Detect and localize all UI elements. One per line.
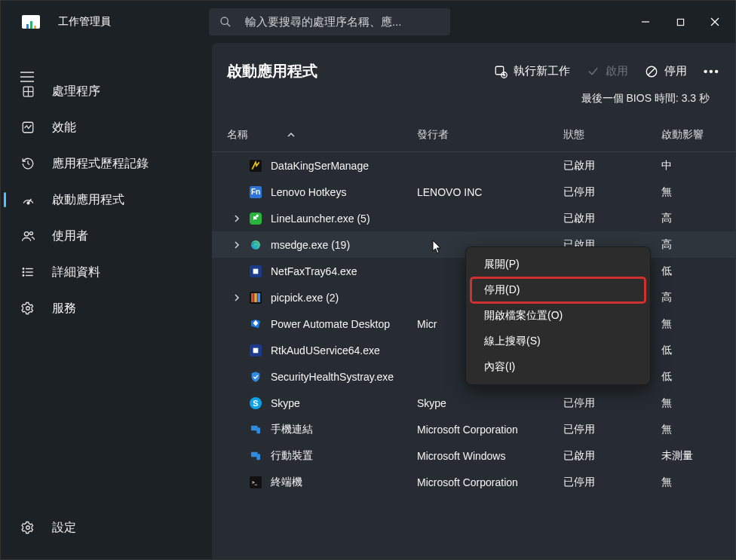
app-publisher: Microsoft Corporation xyxy=(417,424,563,436)
sidebar-item-label: 效能 xyxy=(52,120,76,136)
more-button[interactable]: ••• xyxy=(699,62,725,81)
context-menu: 展開(P) 停用(D) 開啟檔案位置(O) 線上搜尋(S) 內容(I) xyxy=(465,246,651,385)
app-name: Power Automate Desktop xyxy=(271,318,417,330)
app-impact: 中 xyxy=(661,159,735,173)
tool-label: 停用 xyxy=(664,64,687,78)
column-publisher[interactable]: 發行者 xyxy=(417,128,563,142)
app-status: 已停用 xyxy=(563,423,661,436)
app-impact: 無 xyxy=(661,185,735,199)
grid-icon xyxy=(20,84,35,99)
disable-button[interactable]: 停用 xyxy=(640,61,692,81)
app-icon: Fn xyxy=(247,186,265,198)
svg-text:>_: >_ xyxy=(252,479,258,485)
sidebar-item-app-history[interactable]: 應用程式歷程記錄 xyxy=(1,145,212,182)
app-impact: 高 xyxy=(661,238,735,252)
ctx-search-online[interactable]: 線上搜尋(S) xyxy=(471,329,646,354)
column-impact[interactable]: 啟動影響 xyxy=(661,128,735,142)
app-impact: 無 xyxy=(661,396,735,410)
check-icon xyxy=(587,65,600,78)
main-header: 啟動應用程式 執行新工作 啟用 停用 ••• xyxy=(212,43,735,92)
app-status: 已啟用 xyxy=(563,159,661,173)
tool-label: 啟用 xyxy=(606,64,628,78)
app-name: RtkAudUService64.exe xyxy=(271,344,417,357)
svg-rect-34 xyxy=(254,293,257,302)
settings-icon xyxy=(20,520,35,535)
search-placeholder: 輸入要搜尋的處理序名稱、應... xyxy=(245,15,402,29)
svg-rect-35 xyxy=(257,293,260,302)
cursor-icon xyxy=(432,240,443,255)
svg-point-23 xyxy=(26,307,30,311)
app-publisher: LENOVO INC xyxy=(417,186,563,198)
table-row[interactable]: FnLenovo HotkeysLENOVO INC已停用無 xyxy=(212,179,735,205)
app-icon xyxy=(247,239,265,251)
run-new-task-button[interactable]: 執行新工作 xyxy=(489,61,575,81)
table-row[interactable]: SSkypeSkype已停用無 xyxy=(212,390,735,416)
table-row[interactable]: DataKingSerManage已啟用中 xyxy=(212,152,735,179)
app-icon xyxy=(247,318,265,330)
expand-toggle[interactable] xyxy=(227,241,247,249)
users-icon xyxy=(20,228,35,243)
svg-point-16 xyxy=(29,231,32,234)
column-name[interactable]: 名稱 xyxy=(227,128,417,142)
sidebar-item-users[interactable]: 使用者 xyxy=(1,218,212,254)
table-header: 名稱 發行者 狀態 啟動影響 xyxy=(212,118,735,152)
app-name: Skype xyxy=(271,397,417,409)
title-bar: 工作管理員 輸入要搜尋的處理序名稱、應... xyxy=(1,1,735,43)
sidebar-item-label: 服務 xyxy=(52,301,76,317)
app-impact: 無 xyxy=(661,423,735,436)
minimize-button[interactable] xyxy=(628,10,663,34)
expand-toggle[interactable] xyxy=(227,215,247,222)
ctx-open-location[interactable]: 開啟檔案位置(O) xyxy=(471,303,646,329)
column-status[interactable]: 狀態 xyxy=(563,128,661,142)
sidebar: 處理程序 效能 應用程式歷程記錄 啟動應用程式 使用者 xyxy=(1,43,212,559)
sidebar-item-performance[interactable]: 效能 xyxy=(1,109,212,145)
app-icon xyxy=(247,424,265,436)
app-impact: 低 xyxy=(661,370,735,384)
ctx-expand[interactable]: 展開(P) xyxy=(471,252,646,277)
app-name: msedge.exe (19) xyxy=(271,239,417,251)
bios-time-label: 最後一個 BIOS 時間: 3.3 秒 xyxy=(212,92,735,118)
app-impact: 無 xyxy=(661,317,735,331)
app-status: 已停用 xyxy=(563,476,661,489)
sidebar-item-processes[interactable]: 處理程序 xyxy=(1,73,212,109)
app-impact: 無 xyxy=(661,476,735,489)
sidebar-item-startup[interactable]: 啟動應用程式 xyxy=(1,182,212,218)
app-icon xyxy=(247,160,265,172)
expand-toggle[interactable] xyxy=(227,294,247,301)
app-status: 已啟用 xyxy=(563,212,661,225)
maximize-button[interactable] xyxy=(663,10,698,34)
table-row[interactable]: LineLauncher.exe (5)已啟用高 xyxy=(212,205,735,231)
app-impact: 高 xyxy=(661,291,735,304)
app-icon xyxy=(247,450,265,462)
svg-point-15 xyxy=(24,231,29,236)
sidebar-item-label: 處理程序 xyxy=(52,84,100,99)
sidebar-item-details[interactable]: 詳細資料 xyxy=(1,254,212,290)
svg-rect-38 xyxy=(256,427,260,433)
table-row[interactable]: >_終端機Microsoft Corporation已停用無 xyxy=(212,469,735,495)
svg-rect-33 xyxy=(251,293,254,302)
app-title: 工作管理員 xyxy=(58,15,111,29)
sidebar-item-services[interactable]: 服務 xyxy=(1,290,212,326)
app-name: picpick.exe (2) xyxy=(271,292,417,304)
app-impact: 未測量 xyxy=(661,449,735,463)
app-status: 已停用 xyxy=(563,396,661,410)
ctx-disable[interactable]: 停用(D) xyxy=(471,277,646,303)
sidebar-item-label: 啟動應用程式 xyxy=(52,192,124,208)
app-name: NetFaxTray64.exe xyxy=(271,265,417,277)
history-icon xyxy=(20,156,35,171)
ctx-properties[interactable]: 內容(I) xyxy=(471,354,646,380)
close-button[interactable] xyxy=(698,10,732,34)
svg-point-22 xyxy=(23,275,24,277)
svg-rect-32 xyxy=(253,268,259,274)
table-row[interactable]: 手機連結Microsoft Corporation已停用無 xyxy=(212,416,735,442)
enable-button[interactable]: 啟用 xyxy=(582,61,633,81)
app-icon xyxy=(22,15,40,29)
svg-line-1 xyxy=(227,23,230,26)
sidebar-item-settings[interactable]: 設定 xyxy=(1,510,212,546)
app-icon xyxy=(247,344,265,357)
app-icon: S xyxy=(247,397,265,409)
table-row[interactable]: 行動裝置Microsoft Windows已啟用未測量 xyxy=(212,442,735,469)
app-publisher: Skype xyxy=(417,397,563,409)
app-name: 手機連結 xyxy=(271,423,417,436)
search-input[interactable]: 輸入要搜尋的處理序名稱、應... xyxy=(209,8,450,35)
